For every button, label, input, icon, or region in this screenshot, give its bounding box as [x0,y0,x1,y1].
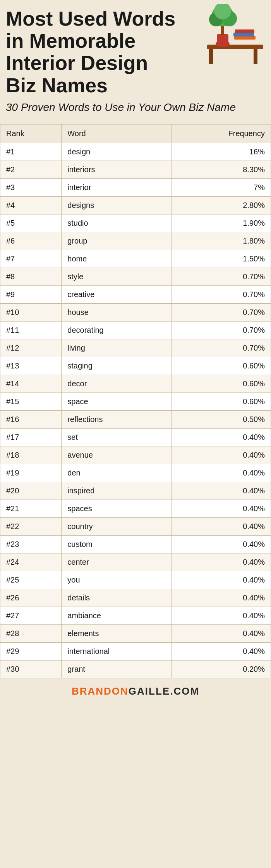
table-row: #15space0.60% [0,393,271,411]
cell-word: design [62,143,172,161]
cell-frequency: 1.90% [172,214,271,232]
cell-frequency: 7% [172,179,271,197]
cell-rank: #11 [0,322,62,339]
cell-rank: #16 [0,411,62,429]
cell-rank: #29 [0,643,62,661]
cell-rank: #26 [0,589,62,607]
cell-word: spaces [62,500,172,518]
cell-frequency: 0.40% [172,643,271,661]
cell-frequency: 8.30% [172,161,271,179]
cell-word: living [62,339,172,357]
footer: BRANDONGAILLE.COM [0,678,271,704]
cell-rank: #23 [0,536,62,553]
table-row: #1design16% [0,143,271,161]
cell-word: staging [62,357,172,375]
cell-frequency: 0.40% [172,500,271,518]
table-row: #18avenue0.40% [0,446,271,464]
cell-rank: #12 [0,339,62,357]
cell-frequency: 0.70% [172,268,271,286]
cell-rank: #3 [0,179,62,197]
cell-rank: #20 [0,482,62,500]
table-row: #10house0.70% [0,304,271,322]
cell-rank: #7 [0,250,62,268]
cell-rank: #24 [0,553,62,571]
cell-rank: #17 [0,429,62,446]
table-row: #20inspired0.40% [0,482,271,500]
cell-rank: #22 [0,518,62,536]
cell-word: set [62,429,172,446]
cell-word: interior [62,179,172,197]
cell-word: reflections [62,411,172,429]
table-row: #29international0.40% [0,643,271,661]
table-row: #12living0.70% [0,339,271,357]
table-row: #13staging0.60% [0,357,271,375]
cell-frequency: 0.40% [172,518,271,536]
cell-frequency: 0.70% [172,304,271,322]
cell-word: space [62,393,172,411]
svg-rect-2 [254,49,257,64]
cell-rank: #6 [0,232,62,250]
cell-rank: #19 [0,464,62,482]
table-row: #2interiors8.30% [0,161,271,179]
cell-frequency: 0.40% [172,571,271,589]
cell-rank: #13 [0,357,62,375]
cell-rank: #30 [0,661,62,678]
cell-word: designs [62,197,172,214]
cell-word: avenue [62,446,172,464]
cell-word: custom [62,536,172,553]
cell-frequency: 1.50% [172,250,271,268]
cell-word: group [62,232,172,250]
cell-rank: #15 [0,393,62,411]
table-row: #7home1.50% [0,250,271,268]
cell-word: creative [62,286,172,304]
data-table: Rank Word Frequency #1design16%#2interio… [0,124,271,678]
table-row: #26details0.40% [0,589,271,607]
subtitle: 30 Proven Words to Use in Your Own Biz N… [6,100,265,114]
table-row: #22country0.40% [0,518,271,536]
table-row: #8style0.70% [0,268,271,286]
table-row: #5studio1.90% [0,214,271,232]
table-row: #27ambiance0.40% [0,607,271,625]
table-row: #17set0.40% [0,429,271,446]
svg-rect-7 [217,34,228,44]
cell-word: decor [62,375,172,393]
cell-frequency: 1.80% [172,232,271,250]
cell-rank: #2 [0,161,62,179]
cell-rank: #27 [0,607,62,625]
cell-rank: #21 [0,500,62,518]
cell-word: center [62,553,172,571]
cell-rank: #8 [0,268,62,286]
cell-rank: #25 [0,571,62,589]
cell-frequency: 0.40% [172,429,271,446]
svg-rect-0 [207,45,263,49]
cell-word: house [62,304,172,322]
cell-word: den [62,464,172,482]
cell-rank: #18 [0,446,62,464]
cell-rank: #14 [0,375,62,393]
cell-frequency: 0.40% [172,536,271,553]
table-row: #16reflections0.50% [0,411,271,429]
cell-word: ambiance [62,607,172,625]
cell-frequency: 0.60% [172,375,271,393]
cell-frequency: 0.60% [172,357,271,375]
cell-frequency: 0.40% [172,607,271,625]
brand-dark: GAILLE.COM [129,685,199,697]
cell-word: details [62,589,172,607]
table-row: #3interior7% [0,179,271,197]
cell-frequency: 0.40% [172,482,271,500]
cell-frequency: 0.40% [172,446,271,464]
page-wrapper: Most Used Words in Memorable Interior De… [0,0,271,704]
cell-rank: #5 [0,214,62,232]
cell-rank: #1 [0,143,62,161]
col-frequency: Frequency [172,124,271,143]
cell-frequency: 0.40% [172,625,271,643]
cell-rank: #9 [0,286,62,304]
cell-word: international [62,643,172,661]
table-row: #6group1.80% [0,232,271,250]
table-row: #23custom0.40% [0,536,271,553]
svg-rect-1 [209,49,213,64]
cell-word: decorating [62,322,172,339]
cell-frequency: 2.80% [172,197,271,214]
col-word: Word [62,124,172,143]
table-row: #4designs2.80% [0,197,271,214]
